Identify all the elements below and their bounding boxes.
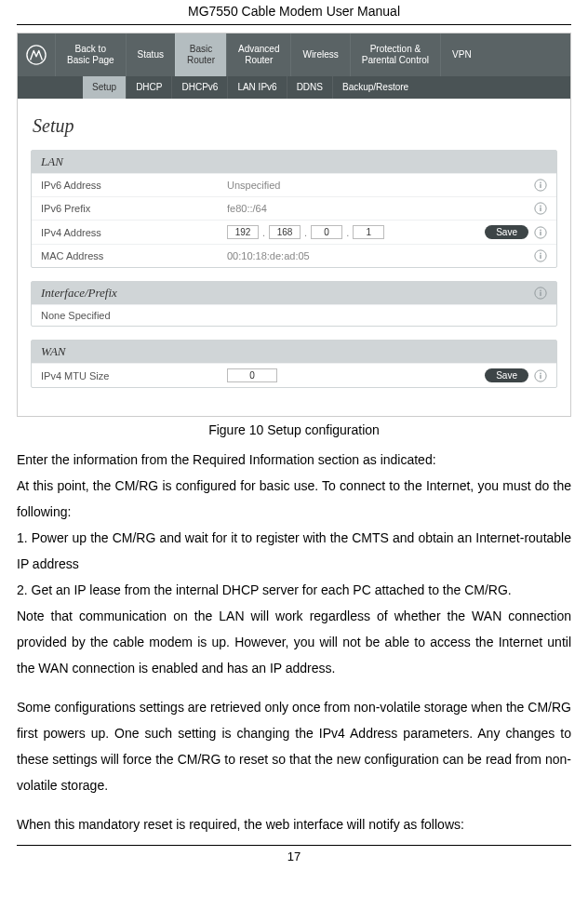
svg-point-14 (540, 289, 541, 291)
info-icon[interactable] (534, 287, 547, 300)
para-2: At this point, the CM/RG is configured f… (17, 473, 571, 525)
value-ipv4-address: . . . (227, 225, 485, 239)
nav-label: Status (138, 49, 164, 60)
panel-body: Setup LAN IPv6 Address Unspecified IPv6 … (18, 99, 570, 416)
row-mac-address: MAC Address 00:10:18:de:ad:05 (32, 244, 556, 267)
nav-advanced-router[interactable]: Advanced Router (226, 33, 290, 76)
document-title: MG7550 Cable Modem User Manual (17, 0, 571, 25)
nav-label: Back to (75, 44, 106, 55)
value-ipv4-mtu (227, 368, 485, 382)
subnav-ddns[interactable]: DDNS (287, 76, 332, 99)
nav-status[interactable]: Status (126, 33, 175, 76)
svg-point-2 (540, 181, 541, 183)
value-mac-address: 00:10:18:de:ad:05 (227, 250, 534, 261)
wan-card: WAN IPv4 MTU Size Save (31, 340, 557, 388)
para-4: 2. Get an IP lease from the internal DHC… (17, 577, 571, 603)
mtu-input[interactable] (227, 368, 277, 382)
subnav-backup-restore[interactable]: Backup/Restore (332, 76, 418, 99)
page-heading: Setup (33, 115, 557, 137)
card-title: LAN (41, 154, 63, 169)
nav-back-to-basic[interactable]: Back to Basic Page (55, 33, 126, 76)
svg-point-11 (540, 252, 541, 254)
label-ipv6-prefix: IPv6 Prefix (41, 203, 227, 214)
subnav-setup[interactable]: Setup (83, 76, 126, 99)
nav-label: Wireless (302, 49, 338, 60)
lan-card-header: LAN (32, 151, 556, 173)
ipv4-octet-3[interactable] (311, 225, 342, 239)
para-1: Enter the information from the Required … (17, 447, 571, 473)
nav-label: Protection & (370, 44, 421, 55)
wan-card-header: WAN (32, 341, 556, 363)
card-title: WAN (41, 344, 66, 359)
body-text: Enter the information from the Required … (17, 447, 571, 837)
label-mac-address: MAC Address (41, 250, 227, 261)
subnav-lan-ipv6[interactable]: LAN IPv6 (227, 76, 286, 99)
figure-caption: Figure 10 Setup configuration (17, 422, 571, 437)
info-icon[interactable] (534, 202, 547, 215)
info-icon[interactable] (534, 369, 547, 382)
para-5: Note that communication on the LAN will … (17, 603, 571, 681)
row-none-specified: None Specified (32, 304, 556, 326)
wan-save-button[interactable]: Save (485, 368, 528, 382)
lan-card: LAN IPv6 Address Unspecified IPv6 Prefix… (31, 150, 557, 268)
ipv4-octet-2[interactable] (269, 225, 301, 239)
ipv4-octet-1[interactable] (227, 225, 259, 239)
svg-point-5 (540, 205, 541, 207)
row-ipv6-address: IPv6 Address Unspecified (32, 173, 556, 196)
svg-point-17 (540, 372, 541, 374)
info-icon[interactable] (534, 249, 547, 262)
nav-vpn[interactable]: VPN (440, 33, 483, 76)
main-nav: Back to Basic Page Status Basic Router A… (18, 33, 570, 76)
interface-card: Interface/Prefix None Specified (31, 281, 557, 327)
svg-point-8 (540, 229, 541, 231)
info-icon[interactable] (534, 226, 547, 239)
card-title: Interface/Prefix (41, 286, 117, 301)
row-ipv4-address: IPv4 Address . . . Save (32, 220, 556, 244)
nav-wireless[interactable]: Wireless (290, 33, 349, 76)
svg-rect-12 (540, 255, 541, 259)
svg-rect-9 (540, 231, 541, 234)
router-ui-screenshot: Back to Basic Page Status Basic Router A… (17, 33, 571, 417)
none-specified-label: None Specified (41, 310, 111, 321)
label-ipv4-mtu: IPv4 MTU Size (41, 370, 227, 381)
value-ipv6-prefix: fe80::/64 (227, 203, 534, 214)
page-number: 17 (17, 845, 571, 863)
svg-rect-3 (540, 184, 541, 188)
svg-rect-18 (540, 374, 541, 378)
sub-nav: Setup DHCP DHCPv6 LAN IPv6 DDNS Backup/R… (18, 76, 570, 99)
nav-label: Parental Control (362, 55, 429, 66)
nav-label: Basic Page (67, 55, 114, 66)
para-3: 1. Power up the CM/RG and wait for it to… (17, 525, 571, 577)
subnav-dhcpv6[interactable]: DHCPv6 (171, 76, 227, 99)
label-ipv6-address: IPv6 Address (41, 180, 227, 191)
nav-label: Advanced (238, 44, 279, 55)
interface-card-header: Interface/Prefix (32, 282, 556, 304)
svg-rect-6 (540, 207, 541, 211)
nav-label: VPN (452, 49, 472, 60)
nav-protection-parental[interactable]: Protection & Parental Control (350, 33, 440, 76)
svg-point-0 (27, 46, 46, 64)
row-ipv4-mtu: IPv4 MTU Size Save (32, 363, 556, 387)
svg-rect-15 (540, 292, 541, 296)
para-6: Some configurations settings are retriev… (17, 694, 571, 798)
motorola-logo-icon (18, 33, 55, 76)
value-ipv6-address: Unspecified (227, 180, 534, 191)
nav-label: Basic (190, 44, 212, 55)
ipv4-octet-4[interactable] (353, 225, 384, 239)
nav-basic-router[interactable]: Basic Router (175, 33, 226, 76)
para-7: When this mandatory reset is required, t… (17, 811, 571, 837)
lan-save-button[interactable]: Save (485, 225, 528, 239)
manual-page: MG7550 Cable Modem User Manual Back to B… (0, 0, 588, 878)
info-icon[interactable] (534, 179, 547, 192)
row-ipv6-prefix: IPv6 Prefix fe80::/64 (32, 196, 556, 220)
nav-label: Router (187, 55, 215, 66)
nav-label: Router (245, 55, 273, 66)
label-ipv4-address: IPv4 Address (41, 227, 227, 238)
subnav-dhcp[interactable]: DHCP (126, 76, 171, 99)
